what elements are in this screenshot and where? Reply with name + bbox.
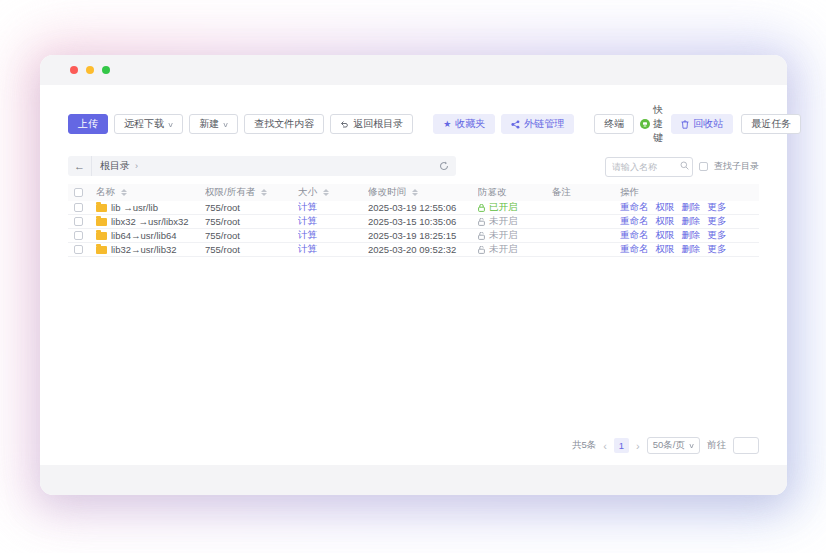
rename-action[interactable]: 重命名 [620,201,649,214]
tamper-status[interactable]: 未开启 [478,215,552,228]
lock-icon [478,204,485,212]
remote-download-button[interactable]: 远程下载 ∨ [114,114,183,134]
more-action[interactable]: 更多 [708,215,727,228]
table-body: lib →usr/lib 755/root 计算 2025-03-19 12:5… [68,201,759,257]
page-size-select[interactable]: 50条/页 ∨ [647,437,700,454]
select-all-checkbox[interactable] [74,188,83,197]
rename-action[interactable]: 重命名 [620,229,649,242]
page-number[interactable]: 1 [614,438,629,453]
calc-size-link[interactable]: 计算 [298,229,317,242]
tamper-label: 已开启 [489,201,518,214]
sort-icon[interactable] [323,189,329,196]
delete-action[interactable]: 删除 [682,243,701,256]
sort-icon[interactable] [121,189,127,196]
search-subdir-label: 查找子目录 [714,160,759,173]
calc-size-link[interactable]: 计算 [298,201,317,214]
breadcrumb-bar: ← 根目录 › [68,156,456,176]
size-header-label: 大小 [298,186,317,199]
star-icon: ★ [443,120,451,129]
column-header-note: 备注 [552,186,620,199]
close-window-icon[interactable] [70,66,78,74]
external-links-button[interactable]: 外链管理 [501,114,574,134]
search-area: 查找子目录 [605,156,759,176]
back-button[interactable]: ← [68,156,92,176]
delete-action[interactable]: 删除 [682,201,701,214]
rename-action[interactable]: 重命名 [620,215,649,228]
permission-cell: 755/root [205,244,298,255]
return-arrow-icon [340,120,349,129]
column-header-name[interactable]: 名称 [96,186,205,199]
file-table: 名称 权限/所有者 大小 修改时间 防篡改 [68,184,759,257]
page-size-label: 50条/页 [653,439,685,452]
column-header-permission[interactable]: 权限/所有者 [205,186,298,199]
calc-size-link[interactable]: 计算 [298,215,317,228]
tamper-label: 未开启 [489,229,518,242]
more-action[interactable]: 更多 [708,229,727,242]
column-header-mtime[interactable]: 修改时间 [368,186,478,199]
table-row[interactable]: lib32→usr/lib32 755/root 计算 2025-03-20 0… [68,243,759,257]
terminal-button[interactable]: 终端 [594,114,634,134]
shortcut-keys-button[interactable]: 快捷键 [640,103,663,145]
next-page-icon[interactable]: › [636,440,640,452]
breadcrumb-separator: › [135,161,138,171]
tamper-status[interactable]: 已开启 [478,201,552,214]
recent-tasks-button[interactable]: 最近任务 [741,114,801,134]
file-name[interactable]: libx32 →usr/libx32 [111,216,189,227]
permission-action[interactable]: 权限 [656,201,675,214]
calc-size-link[interactable]: 计算 [298,243,317,256]
permission-action[interactable]: 权限 [656,215,675,228]
column-header-size[interactable]: 大小 [298,186,368,199]
back-to-root-button[interactable]: 返回根目录 [330,114,413,134]
chevron-down-icon: ∨ [167,121,174,128]
more-action[interactable]: 更多 [708,243,727,256]
maximize-window-icon[interactable] [102,66,110,74]
table-header-row: 名称 权限/所有者 大小 修改时间 防篡改 [68,184,759,201]
table-row[interactable]: libx32 →usr/libx32 755/root 计算 2025-03-1… [68,215,759,229]
unlock-icon [478,232,485,240]
mtime-cell: 2025-03-19 12:55:06 [368,202,478,213]
row-checkbox[interactable] [74,245,83,254]
delete-action[interactable]: 删除 [682,229,701,242]
delete-action[interactable]: 删除 [682,215,701,228]
breadcrumb-root[interactable]: 根目录 [100,159,130,173]
more-action[interactable]: 更多 [708,201,727,214]
file-name[interactable]: lib32→usr/lib32 [111,244,176,255]
permission-cell: 755/root [205,216,298,227]
file-name[interactable]: lib64→usr/lib64 [111,230,176,241]
search-subdir-checkbox[interactable] [699,162,708,171]
goto-page-input[interactable] [733,437,759,454]
row-checkbox[interactable] [74,203,83,212]
mtime-cell: 2025-03-15 10:35:06 [368,216,478,227]
row-checkbox[interactable] [74,231,83,240]
sort-icon[interactable] [261,189,267,196]
table-row[interactable]: lib64→usr/lib64 755/root 计算 2025-03-19 1… [68,229,759,243]
new-button[interactable]: 新建 ∨ [189,114,238,134]
table-row[interactable]: lib →usr/lib 755/root 计算 2025-03-19 12:5… [68,201,759,215]
tamper-status[interactable]: 未开启 [478,243,552,256]
unlock-icon [478,218,485,226]
path-row: ← 根目录 › 查找子目录 [68,156,759,176]
recycle-bin-button[interactable]: 回收站 [671,114,733,134]
find-file-content-button[interactable]: 查找文件内容 [244,114,324,134]
tamper-status[interactable]: 未开启 [478,229,552,242]
file-manager-content: 上传 远程下载 ∨ 新建 ∨ 查找文件内容 返回根目录 ★ 收藏夹 [40,85,787,465]
row-checkbox[interactable] [74,217,83,226]
prev-page-icon[interactable]: ‹ [603,440,607,452]
window-titlebar [40,55,787,85]
favorites-button[interactable]: ★ 收藏夹 [433,114,495,134]
permission-action[interactable]: 权限 [656,229,675,242]
minimize-window-icon[interactable] [86,66,94,74]
file-name[interactable]: lib →usr/lib [111,202,158,213]
sort-icon[interactable] [412,189,418,196]
folder-icon [96,204,107,212]
pagination: 共5条 ‹ 1 › 50条/页 ∨ 前往 [68,437,759,454]
folder-icon [96,218,107,226]
share-icon [511,120,520,129]
upload-button[interactable]: 上传 [68,114,108,134]
chevron-down-icon: ∨ [222,121,229,128]
permission-action[interactable]: 权限 [656,243,675,256]
rename-action[interactable]: 重命名 [620,243,649,256]
remote-download-label: 远程下载 [124,117,164,131]
recycle-bin-label: 回收站 [693,117,723,131]
refresh-icon[interactable] [439,161,449,171]
